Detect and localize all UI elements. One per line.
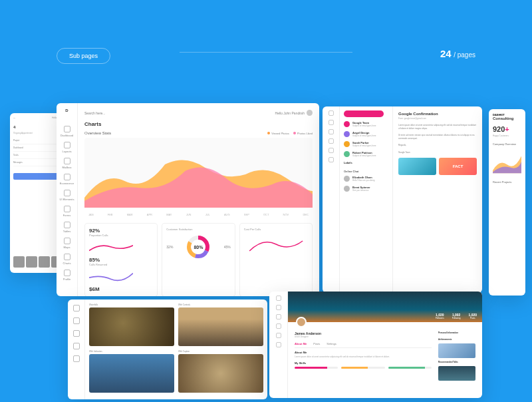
nav-icon[interactable] bbox=[329, 157, 334, 162]
nav-icon[interactable] bbox=[329, 138, 334, 144]
logo: D bbox=[62, 108, 72, 119]
profile-card: 1,020Followers 1,002Following 1,020Posts… bbox=[269, 292, 482, 398]
mailbox-icon[interactable] bbox=[64, 158, 70, 164]
gallery-card: Waterfalls With Controls With Indicators… bbox=[68, 300, 267, 399]
maps-icon[interactable] bbox=[64, 238, 70, 244]
stat-card: 92% Proportion Calls 85% Calls Resumed $… bbox=[84, 223, 158, 296]
charts-icon[interactable] bbox=[64, 254, 70, 260]
avatar[interactable] bbox=[307, 110, 313, 116]
tab-posts[interactable]: Posts bbox=[313, 342, 320, 345]
consulting-card: DASHKIT Consulting 920+ Happy Customers … bbox=[489, 109, 525, 296]
subpages-badge: Sub pages bbox=[57, 48, 110, 64]
chat-item[interactable]: Brent SpinnerSee you tomorrow bbox=[344, 186, 388, 192]
nav-icon[interactable] bbox=[329, 148, 334, 153]
overview-chart bbox=[84, 138, 313, 208]
satisfaction-card: Customer Satisfaction 32% 80% 45% bbox=[162, 223, 235, 296]
mail-item[interactable]: Robert PattisonSubject of email goes her… bbox=[344, 151, 388, 157]
tab-settings[interactable]: Settings bbox=[327, 342, 336, 345]
nav-icon[interactable] bbox=[329, 129, 334, 134]
mail-item[interactable]: Google TeamSubject of email goes here bbox=[344, 121, 388, 127]
gallery-image[interactable] bbox=[178, 354, 263, 393]
tab-about[interactable]: About Me bbox=[295, 342, 307, 345]
ecommerce-icon[interactable] bbox=[64, 174, 70, 180]
dashboard-icon[interactable] bbox=[64, 126, 70, 132]
mail-item[interactable]: Angel DesignSubject of email goes here bbox=[344, 131, 388, 137]
layouts-icon[interactable] bbox=[64, 142, 70, 148]
profile-hero: 1,020Followers 1,002Following 1,020Posts bbox=[288, 292, 482, 322]
gallery-image[interactable] bbox=[89, 307, 174, 346]
chat-item[interactable]: Elizabeth OlsenHello! How are you doing bbox=[344, 176, 388, 182]
divider bbox=[180, 52, 352, 53]
mail-card: Google TeamSubject of email goes here An… bbox=[323, 106, 482, 293]
page-title: Charts bbox=[84, 121, 313, 127]
mail-item[interactable]: Sarah ParkerSubject of email goes here bbox=[344, 141, 388, 147]
avatar[interactable] bbox=[296, 317, 307, 327]
page-count: 24 / pages bbox=[440, 48, 475, 59]
mail-image bbox=[398, 158, 436, 175]
nav-icon[interactable] bbox=[329, 120, 334, 125]
forms-icon[interactable] bbox=[64, 206, 70, 212]
ui-elements-icon[interactable] bbox=[64, 190, 70, 196]
mail-image: FACT bbox=[439, 158, 477, 175]
charts-card: D Dashboard Layouts Mailbox Ecommerce UI… bbox=[57, 103, 319, 296]
search-input[interactable]: Search here... bbox=[84, 111, 105, 115]
sidebar: D Dashboard Layouts Mailbox Ecommerce UI… bbox=[57, 103, 78, 296]
cost-card: Cost Per Calls bbox=[239, 223, 313, 296]
tables-icon[interactable] bbox=[64, 222, 70, 228]
compose-button[interactable] bbox=[344, 110, 384, 117]
nav-icon[interactable] bbox=[329, 110, 334, 116]
gallery-image[interactable] bbox=[89, 354, 174, 393]
profile-icon[interactable] bbox=[64, 270, 70, 276]
gallery-image[interactable] bbox=[178, 307, 263, 346]
